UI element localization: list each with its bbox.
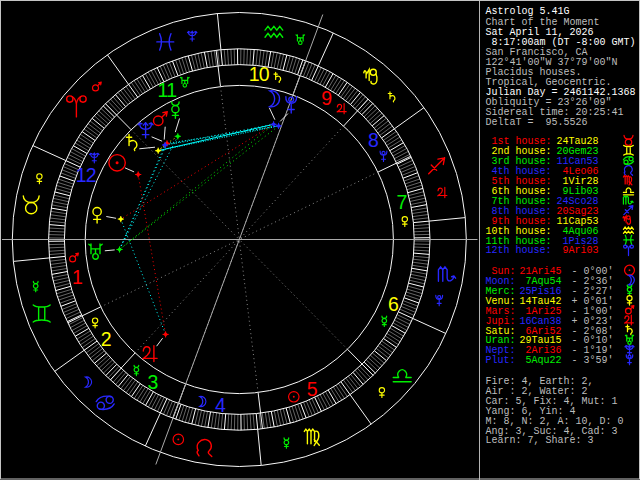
- svg-text:4: 4: [215, 394, 226, 416]
- svg-text:Plut:: Plut:: [486, 355, 516, 366]
- svg-text:11: 11: [158, 79, 177, 101]
- svg-text:7: 7: [397, 191, 407, 213]
- svg-text:10: 10: [249, 63, 270, 85]
- svg-text:DeltaT = 95.5526: DeltaT = 95.5526: [486, 117, 588, 128]
- svg-text:1: 1: [72, 266, 82, 288]
- svg-text:12: 12: [76, 164, 96, 186]
- svg-text:5: 5: [307, 378, 318, 400]
- svg-text:5Aqu22: 5Aqu22: [520, 355, 562, 366]
- svg-text:2: 2: [101, 328, 111, 350]
- svg-text:12th house:: 12th house:: [486, 245, 552, 256]
- svg-text:Learn: 7, Share: 3: Learn: 7, Share: 3: [486, 435, 594, 446]
- svg-text:9: 9: [321, 87, 331, 109]
- svg-text:9Ari03: 9Ari03: [557, 245, 599, 256]
- svg-text:8: 8: [368, 129, 378, 151]
- svg-text:6: 6: [388, 293, 398, 315]
- svg-text:3: 3: [147, 371, 157, 393]
- svg-text:- 3°59': - 3°59': [572, 355, 614, 366]
